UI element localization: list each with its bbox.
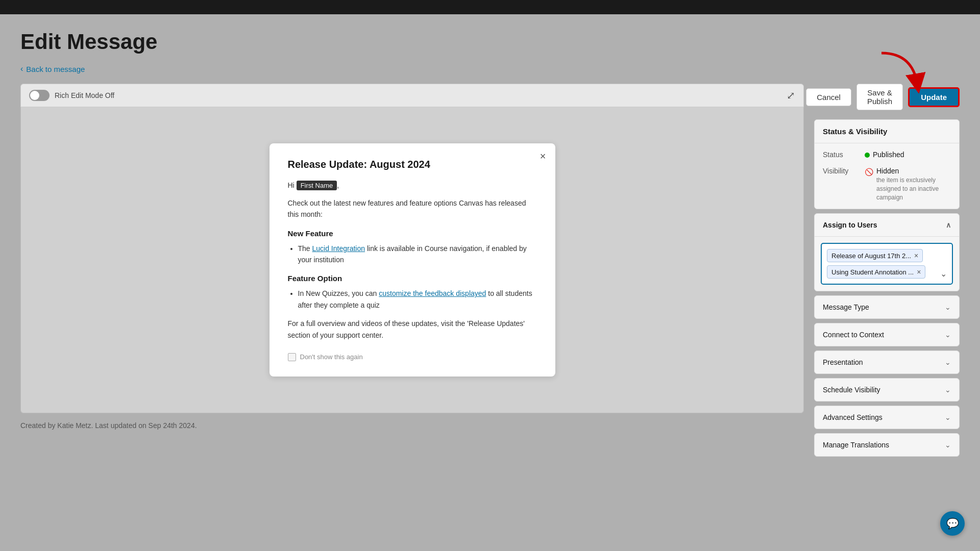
right-sidebar: Cancel Save & Publish Update Status & Vi…: [814, 84, 960, 461]
manage-translations-label: Manage Translations: [823, 441, 889, 449]
dont-show-checkbox[interactable]: [288, 353, 296, 361]
tag-2-close-icon[interactable]: ×: [917, 268, 921, 276]
editor-toolbar: Rich Edit Mode Off ⤢: [20, 84, 804, 107]
message-card-body: Hi First Name, Check out the latest new …: [288, 180, 537, 341]
message-type-section: Message Type ⌄: [814, 295, 960, 319]
page-title: Edit Message: [20, 30, 960, 54]
presentation-header[interactable]: Presentation ⌄: [815, 351, 959, 373]
save-publish-button[interactable]: Save & Publish: [856, 84, 903, 110]
new-feature-heading: New Feature: [288, 228, 537, 240]
visibility-status: Hidden: [876, 167, 951, 175]
chat-bubble-button[interactable]: 💬: [940, 511, 965, 536]
assign-to-users-header[interactable]: Assign to Users ∧: [815, 214, 959, 237]
lucid-integration-link[interactable]: Lucid Integration: [312, 244, 365, 253]
tags-dropdown-icon[interactable]: ⌄: [940, 269, 947, 279]
tag-1-label: Release of August 17th 2...: [831, 252, 911, 260]
advanced-settings-header[interactable]: Advanced Settings ⌄: [815, 406, 959, 429]
message-card-title: Release Update: August 2024: [288, 159, 537, 170]
expand-icon[interactable]: ⤢: [787, 89, 795, 102]
visibility-value: 🚫 Hidden the item is exclusively assigne…: [865, 167, 951, 202]
advanced-settings-label: Advanced Settings: [823, 413, 883, 421]
body-intro: Check out the latest new features and fe…: [288, 197, 537, 220]
tag-2-label: Using Student Annotation ...: [831, 268, 914, 276]
assign-to-users-body: Release of August 17th 2... × Using Stud…: [815, 237, 959, 291]
back-arrow-icon: ‹: [20, 64, 23, 73]
tag-1-close-icon[interactable]: ×: [914, 252, 918, 260]
visibility-sub-text: the item is exclusively assigned to an i…: [876, 176, 951, 202]
status-row: Status Published: [823, 151, 951, 159]
manage-translations-chevron-icon: ⌄: [945, 441, 951, 449]
top-bar: [0, 0, 980, 14]
message-preview-area: × Release Update: August 2024 Hi First N…: [20, 107, 804, 413]
status-visibility-panel: Status & Visibility Status Published Vis…: [814, 119, 960, 209]
feature-option-item: In New Quizzes, you can customize the fe…: [298, 288, 537, 311]
presentation-chevron-icon: ⌄: [945, 358, 951, 366]
chat-icon: 💬: [946, 517, 959, 530]
action-buttons-row: Cancel Save & Publish Update: [814, 84, 960, 110]
first-name-tag: First Name: [297, 181, 337, 190]
footer-text: For a full overview and videos of these …: [288, 318, 537, 341]
eye-off-icon: 🚫: [865, 168, 873, 176]
schedule-visibility-section: Schedule Visibility ⌄: [814, 378, 960, 402]
tag-chip-1: Release of August 17th 2... ×: [827, 249, 923, 262]
connect-to-context-section: Connect to Context ⌄: [814, 323, 960, 346]
advanced-settings-chevron-icon: ⌄: [945, 413, 951, 421]
connect-to-context-label: Connect to Context: [823, 331, 884, 339]
back-to-message-link[interactable]: ‹ Back to message: [20, 64, 85, 73]
greeting-text: Hi: [288, 181, 297, 189]
assign-tags-input[interactable]: Release of August 17th 2... × Using Stud…: [821, 243, 953, 285]
status-dot-icon: [865, 153, 870, 158]
rich-edit-label: Rich Edit Mode Off: [55, 91, 114, 99]
visibility-row: Visibility 🚫 Hidden the item is exclusiv…: [823, 167, 951, 202]
status-visibility-body: Status Published Visibility 🚫 Hidden: [815, 143, 959, 209]
presentation-label: Presentation: [823, 358, 863, 366]
editor-area: Rich Edit Mode Off ⤢ × Release Update: A…: [20, 84, 960, 461]
main-content: Edit Message ‹ Back to message Rich Edit…: [0, 14, 980, 476]
advanced-settings-section: Advanced Settings ⌄: [814, 406, 960, 429]
presentation-section: Presentation ⌄: [814, 350, 960, 374]
customize-feedback-link[interactable]: customize the feedback displayed: [379, 289, 486, 297]
schedule-visibility-label: Schedule Visibility: [823, 386, 880, 394]
chevron-up-icon: ∧: [946, 221, 951, 229]
cancel-button[interactable]: Cancel: [806, 88, 851, 106]
visibility-label: Visibility: [823, 167, 859, 175]
status-text: Published: [873, 151, 904, 159]
update-button[interactable]: Update: [908, 87, 960, 107]
connect-to-context-chevron-icon: ⌄: [945, 331, 951, 339]
back-link-label: Back to message: [26, 65, 85, 73]
assign-to-users-section: Assign to Users ∧ Release of August 17th…: [814, 213, 960, 291]
message-type-header[interactable]: Message Type ⌄: [815, 296, 959, 318]
schedule-visibility-header[interactable]: Schedule Visibility ⌄: [815, 379, 959, 401]
status-visibility-header: Status & Visibility: [815, 120, 959, 143]
dont-show-label: Don't show this again: [300, 353, 363, 361]
message-card-footer: Don't show this again: [288, 353, 537, 361]
rich-edit-toggle[interactable]: Rich Edit Mode Off: [29, 90, 114, 101]
tag-chip-2: Using Student Annotation ... ×: [827, 265, 925, 279]
feature-option-heading: Feature Option: [288, 272, 537, 285]
new-feature-item: The Lucid Integration link is available …: [298, 243, 537, 266]
connect-to-context-header[interactable]: Connect to Context ⌄: [815, 323, 959, 346]
message-card: × Release Update: August 2024 Hi First N…: [270, 143, 555, 377]
message-type-chevron-icon: ⌄: [945, 303, 951, 311]
greeting-end: ,: [337, 181, 339, 189]
footer-created-by: Created by Katie Metz. Last updated on S…: [20, 421, 804, 430]
manage-translations-header[interactable]: Manage Translations ⌄: [815, 434, 959, 456]
message-type-label: Message Type: [823, 303, 869, 311]
schedule-visibility-chevron-icon: ⌄: [945, 386, 951, 394]
close-icon[interactable]: ×: [540, 151, 546, 162]
assign-to-users-label: Assign to Users: [823, 221, 877, 229]
status-value: Published: [865, 151, 904, 159]
manage-translations-section: Manage Translations ⌄: [814, 433, 960, 457]
visibility-description: Hidden the item is exclusively assigned …: [876, 167, 951, 202]
rich-edit-switch[interactable]: [29, 90, 50, 101]
left-panel: Rich Edit Mode Off ⤢ × Release Update: A…: [20, 84, 804, 430]
status-label: Status: [823, 151, 859, 159]
